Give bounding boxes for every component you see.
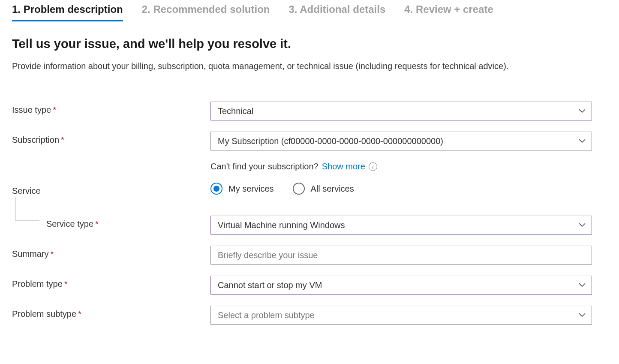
problem-subtype-select[interactable]: Select a problem subtype <box>210 306 592 325</box>
summary-label: Summary* <box>12 246 210 259</box>
problem-subtype-label: Problem subtype* <box>12 306 210 319</box>
problem-type-select[interactable]: Cannot start or stop my VM <box>210 276 592 295</box>
tab-recommended-solution[interactable]: 2. Recommended solution <box>142 3 270 21</box>
subscription-select[interactable]: My Subscription (cf00000-0000-0000-0000-… <box>210 132 592 150</box>
subscription-label: Subscription* <box>12 132 210 145</box>
wizard-tabs: 1. Problem description 2. Recommended so… <box>12 0 607 21</box>
indent-marker <box>15 197 39 221</box>
service-radio-group: My services All services <box>210 183 592 195</box>
radio-all-services[interactable]: All services <box>293 183 354 195</box>
chevron-down-icon <box>579 223 586 227</box>
info-icon[interactable]: i <box>369 162 377 171</box>
show-more-link[interactable]: Show more <box>322 162 365 171</box>
issue-type-select[interactable]: Technical <box>210 102 592 120</box>
chevron-down-icon <box>579 313 586 317</box>
radio-my-services[interactable]: My services <box>210 183 274 195</box>
page-subtitle: Provide information about your billing, … <box>12 60 595 72</box>
chevron-down-icon <box>579 283 586 287</box>
subscription-helper: Can't find your subscription? Show more … <box>210 162 377 171</box>
tab-additional-details[interactable]: 3. Additional details <box>288 3 385 21</box>
page-title: Tell us your issue, and we'll help you r… <box>12 37 607 51</box>
summary-input[interactable] <box>210 246 592 265</box>
problem-type-label: Problem type* <box>12 276 210 289</box>
service-type-label: Service type* <box>12 216 210 229</box>
chevron-down-icon <box>579 109 586 113</box>
tab-review-create[interactable]: 4. Review + create <box>404 3 493 21</box>
tab-problem-description[interactable]: 1. Problem description <box>12 3 123 21</box>
service-label: Service <box>12 183 210 196</box>
service-type-select[interactable]: Virtual Machine running Windows <box>210 216 592 235</box>
chevron-down-icon <box>579 139 586 143</box>
issue-type-label: Issue type* <box>12 102 210 115</box>
